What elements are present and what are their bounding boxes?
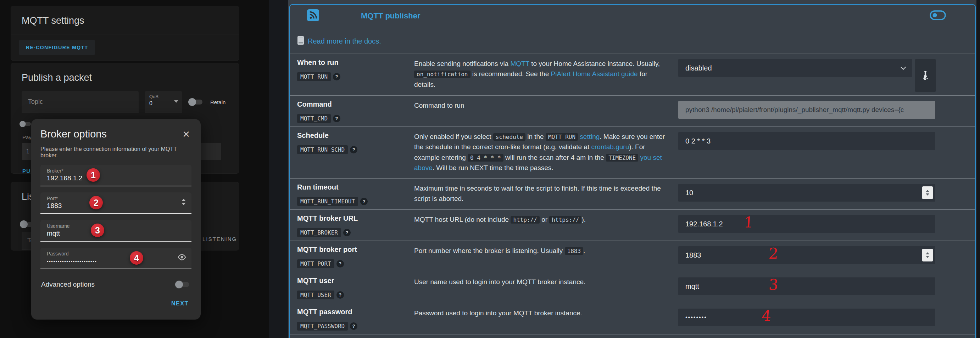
inline-text: . Will be run NEXT time the time passes.: [433, 164, 554, 171]
setting-value: 18832: [678, 246, 969, 264]
help-icon[interactable]: ?: [350, 322, 357, 330]
inline-code: 1883: [565, 247, 584, 255]
allow-template-toggle[interactable]: [19, 121, 32, 127]
username-field-value: mqtt: [47, 230, 185, 237]
setting-code: MQTT_USER: [297, 290, 334, 299]
setting-code: MQTT_PASSWORD: [297, 322, 348, 330]
inline-text: Command to run: [414, 102, 465, 109]
setting-description: MQTT host URL (do not include http:// or…: [414, 214, 678, 225]
screenshot-stage: MQTT settings RE-CONFIGURE MQTT Publish …: [0, 0, 980, 338]
retain-toggle[interactable]: [188, 98, 204, 106]
setting-row: Run timeout MQTT_RUN_TIMEOUT ? Maximum t…: [290, 179, 975, 210]
setting-label: MQTT broker URL: [297, 214, 414, 222]
mqtt-settings-card: MQTT settings RE-CONFIGURE MQTT: [11, 6, 239, 61]
setting-value-field[interactable]: disabled: [678, 59, 912, 77]
window-edge: [977, 0, 980, 338]
setting-row: When to run MQTT_RUN ? Enable sending no…: [290, 54, 975, 96]
card-divider: [11, 34, 239, 34]
annotation-digit: 3: [768, 276, 779, 294]
number-stepper-icon[interactable]: [181, 199, 186, 205]
setting-description: Port number where the broker is listenin…: [414, 246, 678, 256]
panel-title: MQTT publisher: [361, 11, 420, 21]
setting-value-field[interactable]: ••••••••: [678, 309, 935, 326]
setting-code: MQTT_RUN_SCHD: [297, 145, 348, 154]
setting-row: MQTT broker URL MQTT_BROKER ? MQTT host …: [290, 210, 975, 241]
broker-options-modal: Broker options ✕ Please enter the connec…: [31, 119, 201, 320]
setting-description: Maximum time in seconds to wait for the …: [414, 183, 678, 204]
setting-value: python3 /home/pi/pialert/front/plugins/_…: [678, 100, 969, 119]
setting-value-field[interactable]: mqtt: [678, 278, 935, 295]
number-stepper[interactable]: [922, 249, 933, 262]
inline-text: to your Home Assistance instance. Usuall…: [529, 60, 660, 67]
setting-value-text: 0 2 * * 3: [686, 137, 711, 145]
modal-title: Broker options: [40, 128, 107, 140]
help-icon[interactable]: ?: [333, 73, 340, 81]
port-field-label: Port*: [47, 195, 185, 201]
inline-text: Only enabled if you select: [414, 133, 493, 140]
docs-link[interactable]: Read more in the docs.: [308, 37, 381, 45]
inline-text: or: [539, 216, 549, 223]
setting-value-field[interactable]: 192.168.1.2: [678, 215, 935, 233]
inline-link[interactable]: crontab.guru: [592, 143, 629, 151]
inline-text: MQTT host URL (do not include: [414, 216, 511, 223]
eye-icon[interactable]: [177, 253, 186, 263]
inline-code: MQTT_RUN: [546, 133, 578, 141]
username-field[interactable]: Username mqtt 3: [40, 220, 191, 242]
help-icon[interactable]: ?: [343, 229, 351, 236]
qos-label: QoS: [149, 94, 178, 99]
test-run-button[interactable]: [915, 59, 936, 92]
next-button[interactable]: NEXT: [171, 300, 189, 306]
help-icon[interactable]: ?: [350, 146, 357, 153]
advanced-options-toggle[interactable]: [175, 281, 191, 289]
password-field[interactable]: Password ••••••••••••••••••••••• 4: [40, 248, 191, 269]
setting-value-text: 1883: [686, 251, 701, 259]
help-icon[interactable]: ?: [336, 260, 344, 268]
inline-text: Maximum time in seconds to wait for the …: [414, 185, 661, 202]
setting-value: 192.168.1.21: [678, 214, 969, 233]
annotation-digit: 4: [761, 307, 772, 325]
inline-code: http://: [511, 216, 539, 224]
setting-label: When to run: [297, 59, 414, 67]
toggle-off-icon[interactable]: [930, 10, 946, 22]
setting-code-wrap: MQTT_RUN_SCHD ?: [297, 145, 414, 154]
qos-select[interactable]: QoS 0: [145, 91, 182, 113]
setting-value: 0 2 * * 3: [678, 132, 969, 150]
port-field[interactable]: Port* 1883 2: [40, 192, 191, 214]
inline-link[interactable]: setting: [580, 133, 600, 140]
setting-code: MQTT_CMD: [297, 114, 331, 123]
rss-icon: [307, 9, 319, 23]
setting-value: 10: [678, 183, 969, 202]
inline-text: in the: [525, 133, 546, 140]
inline-link[interactable]: MQTT: [510, 60, 529, 67]
close-icon[interactable]: ✕: [181, 128, 191, 140]
setting-label: Schedule: [297, 132, 414, 140]
setting-value-field[interactable]: 10: [678, 184, 935, 202]
broker-field[interactable]: Broker* 192.168.1.2 1: [40, 165, 191, 186]
inline-code: 0 4 * * *: [468, 154, 503, 162]
help-icon[interactable]: ?: [360, 198, 368, 205]
setting-label: Run timeout: [297, 183, 414, 191]
mqtt-publisher-card: MQTT publisher Read more in the docs. Wh…: [289, 4, 976, 338]
inline-code: schedule: [493, 133, 525, 141]
setting-value-field[interactable]: 0 2 * * 3: [678, 132, 935, 150]
reconfigure-mqtt-button[interactable]: RE-CONFIGURE MQTT: [19, 40, 95, 55]
setting-value-field[interactable]: python3 /home/pi/pialert/front/plugins/_…: [678, 101, 935, 119]
help-icon[interactable]: ?: [333, 115, 340, 122]
setting-value-field[interactable]: 1883: [678, 246, 935, 264]
inline-text: Password used to login into your MQTT br…: [414, 309, 582, 317]
setting-code: MQTT_PORT: [297, 259, 334, 268]
setting-row: Command MQTT_CMD ? Command to run python…: [290, 96, 975, 127]
setting-row: MQTT user MQTT_USER ? User name used to …: [290, 272, 975, 303]
number-stepper[interactable]: [922, 186, 933, 199]
setting-row: MQTT Quality of Service Quality of servi…: [290, 335, 975, 338]
inline-text: is recommended. See the: [471, 70, 551, 78]
inline-link[interactable]: PiAlert Home Assistant guide: [551, 70, 638, 78]
help-icon[interactable]: ?: [336, 291, 344, 299]
setting-description: Only enabled if you select schedule in t…: [414, 132, 678, 173]
setting-label: MQTT user: [297, 277, 414, 285]
setting-code-wrap: MQTT_CMD ?: [297, 114, 414, 123]
topic-input[interactable]: Topic: [22, 91, 138, 113]
setting-value-text: 192.168.1.2: [686, 220, 723, 228]
setting-description: User name used to login into your MQTT b…: [414, 277, 678, 287]
setting-code-wrap: MQTT_PORT ?: [297, 259, 414, 268]
